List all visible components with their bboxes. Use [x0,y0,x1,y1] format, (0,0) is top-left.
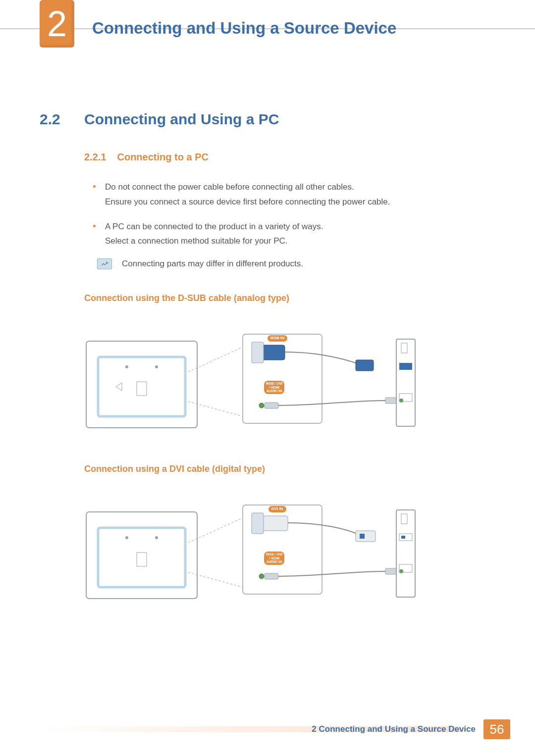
section-heading: 2.2 Connecting and Using a PC [40,111,505,128]
svg-rect-17 [86,512,197,599]
bullet-item: A PC can be connected to the product in … [93,219,505,249]
bullet-item: Do not connect the power cable before co… [93,180,505,209]
chapter-number: 2 [47,6,67,42]
port-label-audio-in: RGB / DVI / HDMI AUDIO IN [264,552,284,565]
bullet-line2: Select a connection method suitable for … [105,234,505,249]
bullet-line1: Do not connect the power cable before co… [105,182,354,192]
svg-point-30 [399,569,403,573]
svg-point-3 [155,365,158,368]
section-title: Connecting and Using a PC [84,111,279,128]
svg-rect-34 [401,536,405,539]
svg-rect-33 [399,534,412,541]
section-number: 2.2 [40,111,84,128]
svg-rect-7 [252,342,264,363]
chapter-header: 2 Connecting and Using a Source Device [40,11,505,46]
svg-rect-15 [399,363,412,370]
dsub-diagram: RGB IN RGB / DVI / HDMI AUDIO IN [84,327,441,436]
svg-point-19 [125,536,128,539]
svg-rect-21 [137,553,147,566]
bullet-list: Do not connect the power cable before co… [93,180,505,249]
subsection-heading: 2.2.1 Connecting to a PC [84,151,505,163]
svg-rect-25 [356,531,375,542]
svg-rect-14 [401,343,407,353]
note-icon [97,258,112,269]
port-label-audio-in: RGB / DVI / HDMI AUDIO IN [264,381,284,394]
svg-point-9 [259,403,264,408]
svg-rect-4 [137,382,147,396]
dvi-diagram: DVI IN RGB / DVI / HDMI AUDIO IN [84,498,441,607]
svg-point-20 [155,536,158,539]
chapter-title: Connecting and Using a Source Device [92,19,396,38]
chapter-number-badge: 2 [40,0,74,48]
svg-rect-32 [401,514,407,524]
port-label-rgb-in: RGB IN [268,335,287,342]
svg-point-12 [399,399,403,403]
svg-rect-31 [396,510,415,597]
bullet-line1: A PC can be connected to the product in … [105,222,323,231]
svg-rect-26 [360,534,365,539]
bullet-line2: Ensure you connect a source device first… [105,195,505,209]
svg-point-2 [125,365,128,368]
dvi-heading: Connection using a DVI cable (digital ty… [84,464,505,474]
dsub-heading: Connection using the D-SUB cable (analog… [84,293,505,303]
subsection-title: Connecting to a PC [117,151,208,163]
svg-rect-29 [385,568,396,574]
footer-text: 2 Connecting and Using a Source Device [312,724,476,734]
svg-rect-10 [265,403,278,408]
subsection-number: 2.2.1 [84,151,106,163]
svg-rect-13 [396,339,415,426]
page: 2 Connecting and Using a Source Device 2… [0,0,535,756]
svg-rect-0 [86,341,197,428]
svg-rect-11 [385,398,396,403]
page-footer: 2 Connecting and Using a Source Device 5… [0,719,535,739]
note-text: Connecting parts may differ in different… [122,259,303,269]
page-number: 56 [483,719,510,739]
svg-rect-28 [265,573,278,579]
port-label-dvi-in: DVI IN [268,506,286,512]
svg-rect-18 [98,528,185,587]
svg-point-27 [259,574,264,579]
svg-rect-24 [252,513,264,534]
note: Connecting parts may differ in different… [97,258,505,269]
svg-rect-1 [98,357,185,416]
svg-rect-8 [356,360,374,371]
